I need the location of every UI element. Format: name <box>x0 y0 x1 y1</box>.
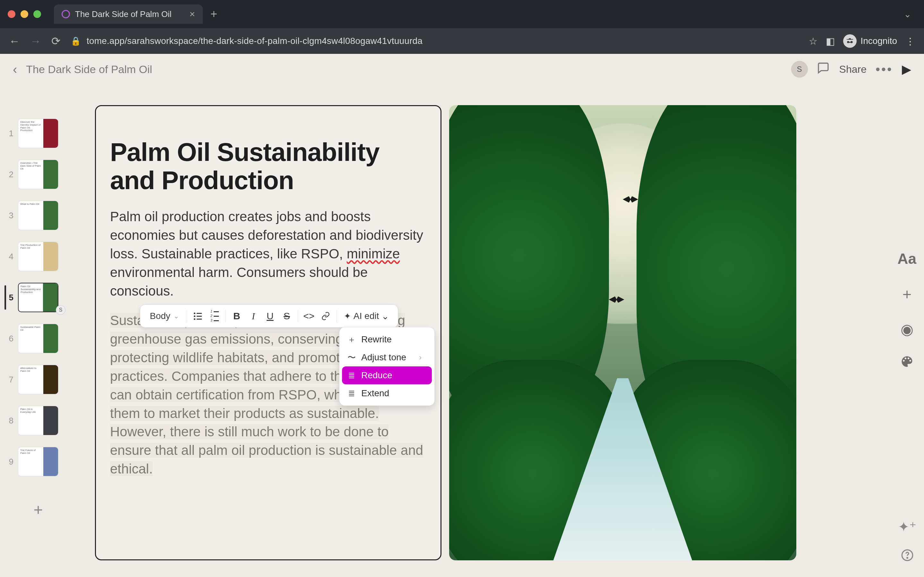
new-tab-button[interactable]: + <box>210 7 217 21</box>
window-controls <box>8 10 41 18</box>
image-card[interactable] <box>449 105 796 560</box>
link-icon[interactable] <box>318 309 333 323</box>
thumb-1[interactable]: 1Discover the Harmful Impact of Palm Oil… <box>6 119 63 148</box>
slide-paragraph-1[interactable]: Palm oil production creates jobs and boo… <box>110 207 426 300</box>
browser-toolbar: ← → ⟳ 🔒 tome.app/sarahsworkspace/the-dar… <box>0 28 924 54</box>
chevron-down-icon: ⌄ <box>381 311 389 322</box>
ai-sparkle-icon[interactable]: ✦⁺ <box>898 519 916 535</box>
text-style-dropdown[interactable]: Body⌄ <box>146 311 183 321</box>
minimize-window-button[interactable] <box>21 10 28 18</box>
tone-icon: 〜 <box>347 352 356 363</box>
bookmark-star-icon[interactable]: ☆ <box>809 35 817 47</box>
ai-edit-menu: ＋ Rewrite 〜 Adjust tone › ≣ Reduce ≣ Ext… <box>339 327 435 406</box>
right-tool-rail: Aa ＋ ◉ <box>897 250 916 372</box>
more-menu-icon[interactable]: ••• <box>876 62 893 77</box>
slide-heading[interactable]: Palm Oil Sustainability and Production <box>110 138 426 195</box>
app-top-bar: ‹ The Dark Side of Palm Oil S Share ••• … <box>0 54 924 85</box>
slide-thumbnail-rail: 1Discover the Harmful Impact of Palm Oil… <box>6 119 63 524</box>
incognito-label: Incognito <box>861 36 897 46</box>
bold-icon[interactable]: B <box>230 309 244 323</box>
ai-reduce-item[interactable]: ≣ Reduce <box>342 366 432 384</box>
incognito-icon <box>843 34 857 48</box>
nav-back-icon[interactable]: ← <box>9 35 20 47</box>
thumb-7[interactable]: 7Alternatives to Palm Oil <box>6 365 63 394</box>
rewrite-icon: ＋ <box>347 334 356 345</box>
italic-icon[interactable]: I <box>246 309 260 323</box>
user-avatar[interactable]: S <box>791 61 808 77</box>
install-app-icon[interactable]: ◧ <box>826 35 835 47</box>
nav-forward-icon: → <box>30 35 41 47</box>
ai-rewrite-item[interactable]: ＋ Rewrite <box>342 330 432 348</box>
browser-menu-icon[interactable]: ⋮ <box>905 35 915 47</box>
bulleted-list-icon[interactable] <box>191 309 205 323</box>
thumb-2[interactable]: 2Overview • The Dark Side of Palm Oil <box>6 160 63 189</box>
tab-title: The Dark Side of Palm Oil <box>75 9 172 19</box>
spellcheck-underline: minimize <box>347 246 400 261</box>
close-tab-icon[interactable]: × <box>190 9 195 19</box>
thumb-3[interactable]: 3What is Palm Oil <box>6 201 63 230</box>
presence-badge: S <box>56 305 65 315</box>
add-slide-button[interactable]: + <box>18 495 58 524</box>
browser-tab[interactable]: The Dark Side of Palm Oil × <box>54 5 203 24</box>
maximize-window-button[interactable] <box>33 10 41 18</box>
browser-tab-strip: The Dark Side of Palm Oil × + ⌄ <box>0 0 924 28</box>
thumb-9[interactable]: 9The Future of Palm Oil <box>6 447 63 476</box>
numbered-list-icon[interactable]: 123 <box>208 309 222 323</box>
close-window-button[interactable] <box>8 10 15 18</box>
slide-stage: Palm Oil Sustainability and Production P… <box>95 105 796 560</box>
page-title: The Dark Side of Palm Oil <box>26 63 152 76</box>
strikethrough-icon[interactable]: S <box>280 309 294 323</box>
sparkle-icon: ✦ <box>344 311 351 321</box>
thumb-6[interactable]: 6Sustainable Palm Oil <box>6 324 63 353</box>
present-play-icon[interactable]: ▶ <box>902 62 911 76</box>
theme-palette-icon[interactable] <box>900 355 914 372</box>
lock-icon[interactable]: 🔒 <box>71 36 81 46</box>
record-icon[interactable]: ◉ <box>901 321 913 338</box>
code-icon[interactable]: <> <box>302 309 316 323</box>
right-rail-bottom: ✦⁺ <box>898 519 916 565</box>
chevron-right-icon: › <box>419 353 422 362</box>
extend-icon: ≣ <box>347 388 356 398</box>
tabs-overflow-icon[interactable]: ⌄ <box>904 9 911 19</box>
rainforest-illustration <box>449 105 796 560</box>
incognito-indicator[interactable]: Incognito <box>843 34 897 48</box>
chevron-down-icon: ⌄ <box>174 312 179 320</box>
tab-favicon <box>61 10 70 18</box>
text-tool-icon[interactable]: Aa <box>897 250 916 268</box>
comments-icon[interactable] <box>817 61 830 77</box>
add-block-icon[interactable]: ＋ <box>900 284 914 304</box>
underline-icon[interactable]: U <box>263 309 277 323</box>
thumb-4[interactable]: 4The Production of Palm Oil <box>6 242 63 271</box>
share-button[interactable]: Share <box>839 63 867 75</box>
ai-adjust-tone-item[interactable]: 〜 Adjust tone › <box>342 348 432 366</box>
ai-edit-dropdown[interactable]: ✦ AI edit ⌄ <box>341 311 392 322</box>
text-format-toolbar: Body⌄ 123 B I U S <> ✦ AI edit ⌄ <box>140 305 398 327</box>
reduce-icon: ≣ <box>347 371 356 380</box>
help-icon[interactable] <box>901 549 914 565</box>
thumb-5[interactable]: 5Palm Oil Sustainability and ProductionS <box>6 283 63 312</box>
svg-point-1 <box>907 558 908 558</box>
ai-extend-item[interactable]: ≣ Extend <box>342 384 432 402</box>
url-text[interactable]: tome.app/sarahsworkspace/the-dark-side-o… <box>87 36 809 46</box>
back-icon[interactable]: ‹ <box>13 62 17 77</box>
thumb-8[interactable]: 8Palm Oil in Everyday Life <box>6 406 63 435</box>
reload-icon[interactable]: ⟳ <box>51 35 60 47</box>
